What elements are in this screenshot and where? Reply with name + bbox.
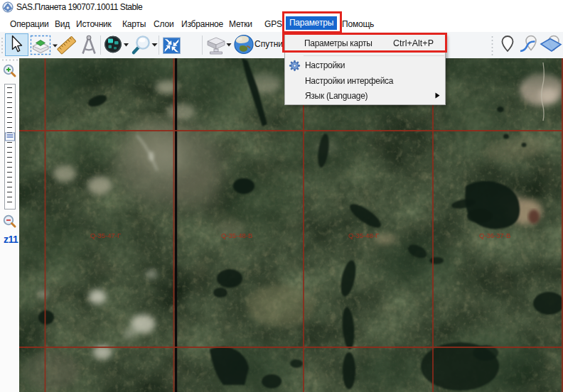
svg-text:Q-35-48-В: Q-35-48-В [221, 232, 252, 239]
svg-text:Q-35-47-Г: Q-35-47-Г [90, 232, 121, 239]
svg-text:Q-35-48-Г: Q-35-48-Г [348, 232, 379, 239]
svg-text:Q-36-37-В: Q-36-37-В [479, 232, 510, 239]
